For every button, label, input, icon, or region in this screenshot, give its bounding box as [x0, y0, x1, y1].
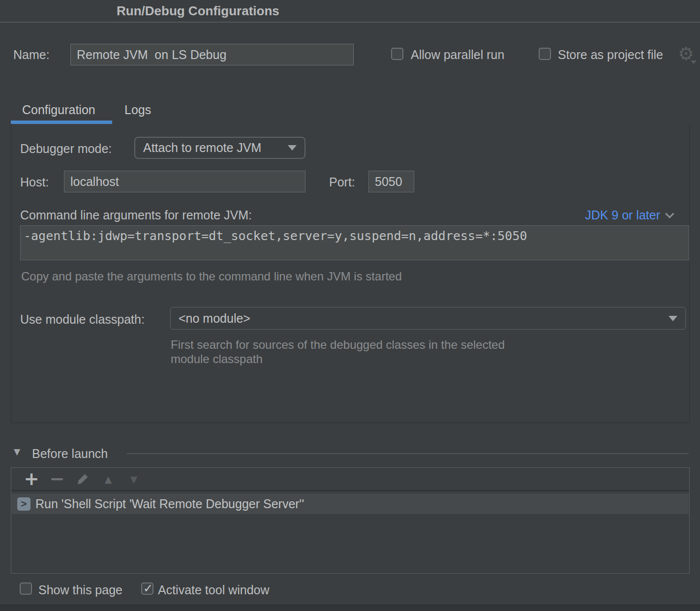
- remove-task-button[interactable]: −: [49, 469, 65, 489]
- dialog-bottom-strip: [0, 605, 700, 611]
- move-up-button[interactable]: ▲: [100, 469, 117, 489]
- module-classpath-label: Use module classpath:: [20, 312, 145, 327]
- run-debug-configurations-dialog: Run/Debug Configurations Name: Allow par…: [0, 0, 700, 611]
- jdk-version-link[interactable]: JDK 9 or later: [585, 208, 660, 222]
- move-down-button[interactable]: ▼: [125, 469, 142, 489]
- before-launch-task-label: Run 'Shell Script 'Wait Remote Debugger …: [35, 497, 304, 511]
- debugger-mode-select[interactable]: Attach to remote JVM: [134, 137, 305, 159]
- shell-script-run-icon: >: [17, 497, 30, 511]
- pencil-icon: [76, 472, 90, 486]
- add-task-button[interactable]: +: [23, 469, 40, 489]
- activate-tool-window-checkbox[interactable]: ✓: [141, 582, 153, 595]
- gear-caret-icon: [691, 61, 697, 64]
- host-input[interactable]: [64, 171, 305, 192]
- store-as-project-file-checkbox[interactable]: [539, 48, 551, 60]
- jdk-version-dropdown[interactable]: JDK 9 or later: [585, 208, 671, 222]
- plus-icon: +: [24, 468, 39, 489]
- edit-task-button[interactable]: [74, 469, 91, 489]
- show-this-page-label[interactable]: Show this page: [38, 583, 122, 597]
- port-label: Port:: [329, 175, 355, 189]
- dialog-title: Run/Debug Configurations: [117, 0, 279, 22]
- chevron-down-icon: [669, 316, 677, 321]
- host-label: Host:: [20, 175, 49, 189]
- name-input[interactable]: [70, 44, 354, 65]
- chevron-down-icon: [288, 145, 297, 151]
- tab-configuration[interactable]: Configuration: [22, 99, 95, 121]
- debugger-mode-value: Attach to remote JVM: [143, 141, 261, 155]
- tab-logs[interactable]: Logs: [124, 99, 151, 121]
- debugger-mode-label: Debugger mode:: [20, 142, 112, 156]
- command-line-arguments-field[interactable]: -agentlib:jdwp=transport=dt_socket,serve…: [20, 225, 689, 260]
- arrow-down-icon: ▼: [130, 474, 138, 485]
- active-tab-underline: [11, 121, 112, 124]
- gear-icon[interactable]: ⚙: [678, 43, 698, 65]
- module-classpath-value: <no module>: [179, 311, 250, 326]
- configuration-panel: Debugger mode: Attach to remote JVM Host…: [11, 124, 690, 423]
- before-launch-title: Before launch: [32, 443, 108, 464]
- allow-parallel-run-checkbox[interactable]: [391, 48, 403, 60]
- checkmark-icon: ✓: [143, 581, 153, 595]
- before-launch-task-row[interactable]: > Run 'Shell Script 'Wait Remote Debugge…: [12, 493, 689, 514]
- activate-tool-window-label[interactable]: Activate tool window: [158, 583, 270, 597]
- store-as-project-file-label[interactable]: Store as project file: [558, 48, 663, 62]
- chevron-down-icon: [665, 209, 674, 218]
- module-classpath-hint: First search for sources of the debugged…: [171, 337, 505, 366]
- arrow-up-icon: ▲: [105, 474, 112, 485]
- before-launch-header: ▼ Before launch: [0, 443, 700, 464]
- port-input[interactable]: [368, 171, 414, 192]
- command-line-label: Command line arguments for remote JVM:: [20, 208, 252, 222]
- title-bar: Run/Debug Configurations: [0, 0, 700, 23]
- before-launch-list: + − ▲ ▼ > Run 'Shell Script 'Wait Remote…: [11, 467, 690, 574]
- collapse-triangle-icon[interactable]: ▼: [14, 447, 20, 457]
- name-label: Name:: [13, 48, 50, 62]
- allow-parallel-run-label[interactable]: Allow parallel run: [411, 48, 504, 62]
- section-divider: [127, 453, 689, 454]
- module-classpath-select[interactable]: <no module>: [170, 307, 686, 330]
- show-this-page-checkbox[interactable]: [20, 582, 32, 595]
- minus-icon: −: [49, 468, 64, 489]
- before-launch-toolbar: + − ▲ ▼: [11, 468, 689, 491]
- command-line-hint: Copy and paste the arguments to the comm…: [21, 270, 402, 283]
